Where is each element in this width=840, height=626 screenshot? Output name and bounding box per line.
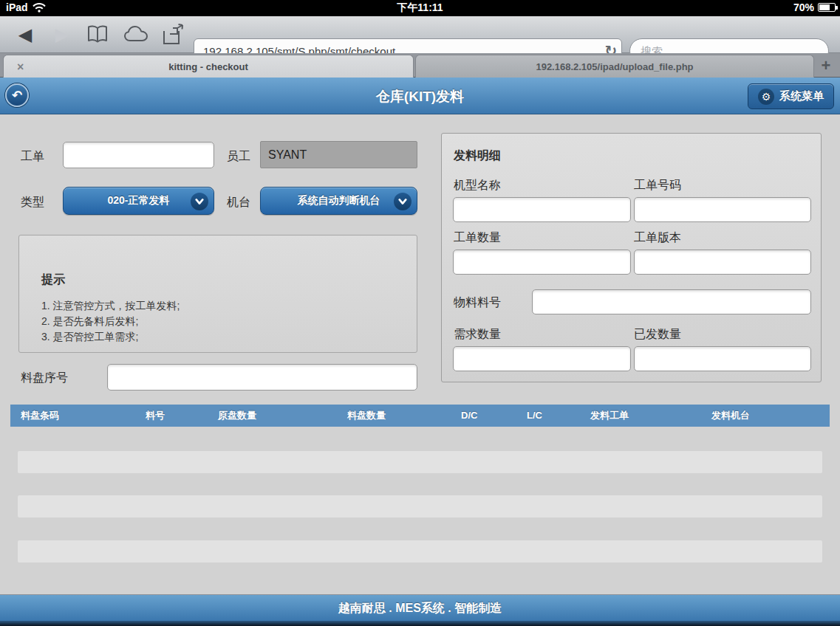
page-title: 仓库(KIT)发料 [0, 87, 840, 106]
icloud-icon[interactable] [123, 24, 149, 44]
work-order-label: 工单 [21, 149, 44, 165]
tab-label: kitting - checkout [168, 61, 248, 72]
app-footer: 越南耐思 . MES系统 . 智能制造 [0, 594, 840, 621]
required-qty-label: 需求数量 [454, 327, 501, 343]
order-qty-label: 工单数量 [454, 230, 501, 246]
tips-panel: 提示 1. 注意管控方式，按工单发料; 2. 是否先备料后发料; 3. 是否管控… [18, 235, 417, 353]
chevron-down-icon [191, 193, 208, 210]
col-issue-order: 发料工单 [590, 405, 629, 427]
browser-forward-button: ▶ [47, 16, 77, 53]
type-dropdown[interactable]: 020-正常发料 [63, 187, 214, 215]
tips-item: 3. 是否管控工单需求; [41, 329, 417, 345]
required-qty-input[interactable] [453, 346, 631, 371]
back-arrow-icon: ↶ [12, 88, 22, 103]
system-menu-label: 系统菜单 [779, 89, 824, 103]
table-header-row: 料盘条码 料号 原盘数量 料盘数量 D/C L/C 发料工单 发料机台 [10, 405, 830, 427]
tips-item: 1. 注意管控方式，按工单发料; [41, 298, 417, 314]
detail-panel-title: 发料明细 [454, 148, 501, 164]
battery-percent: 70% [793, 1, 814, 13]
order-qty-input[interactable] [453, 250, 631, 275]
browser-toolbar: ◀ ▶ ↻ [0, 16, 840, 53]
tab-label: 192.168.2.105/ipad/upload_file.php [536, 61, 693, 72]
tray-serial-label: 料盘序号 [21, 371, 68, 386]
col-part-no: 料号 [146, 405, 165, 427]
model-name-label: 机型名称 [454, 178, 501, 193]
footer-edge [0, 621, 840, 626]
issued-qty-label: 已发数量 [634, 327, 681, 343]
order-no-label: 工单号码 [634, 178, 681, 193]
col-dc: D/C [461, 405, 477, 427]
machine-label: 机台 [227, 195, 250, 210]
tips-title: 提示 [41, 272, 417, 288]
close-tab-icon[interactable]: × [17, 55, 24, 78]
material-no-label: 物料料号 [454, 295, 501, 311]
battery-icon [818, 3, 836, 12]
col-issue-machine: 发料机台 [711, 405, 750, 427]
table-row [18, 540, 822, 563]
tab-bar: × kitting - checkout 192.168.2.105/ipad/… [0, 53, 840, 78]
model-name-input[interactable] [453, 197, 631, 222]
employee-label: 员工 [227, 149, 250, 165]
work-order-input[interactable] [63, 142, 214, 168]
tips-item: 2. 是否先备料后发料; [41, 314, 417, 329]
table-row [18, 451, 822, 473]
app-header: 仓库(KIT)发料 ↶ ⚙ 系统菜单 [0, 78, 840, 114]
col-tray-qty: 料盘数量 [347, 405, 386, 427]
order-version-label: 工单版本 [634, 230, 681, 246]
order-version-input[interactable] [634, 250, 811, 275]
browser-back-button[interactable]: ◀ [10, 16, 40, 53]
system-menu-button[interactable]: ⚙ 系统菜单 [748, 83, 834, 109]
tray-serial-input[interactable] [107, 364, 417, 391]
tab-kitting-checkout[interactable]: × kitting - checkout [3, 55, 414, 78]
order-no-input[interactable] [634, 197, 811, 222]
machine-dropdown-value: 系统自动判断机台 [298, 194, 380, 207]
type-dropdown-value: 020-正常发料 [107, 194, 169, 207]
chevron-down-icon [394, 193, 412, 210]
issued-qty-input[interactable] [634, 346, 811, 371]
gear-icon: ⚙ [758, 89, 774, 105]
issue-detail-panel: 发料明细 机型名称 工单号码 工单数量 工单版本 物料料号 需求数量 已发数量 [441, 133, 822, 382]
bookmarks-icon[interactable] [86, 24, 109, 44]
clock: 下午11:11 [0, 1, 840, 15]
material-no-input[interactable] [532, 289, 811, 314]
share-icon[interactable] [161, 24, 185, 46]
table-row [18, 495, 822, 517]
employee-value: SYANT [260, 141, 417, 168]
col-lc: L/C [527, 405, 542, 427]
machine-dropdown[interactable]: 系统自动判断机台 [260, 187, 417, 215]
status-bar: iPad 下午11:11 70% [0, 0, 840, 16]
col-tray-barcode: 料盘条码 [21, 405, 59, 427]
new-tab-button[interactable]: + [815, 53, 837, 78]
app-back-button[interactable]: ↶ [5, 83, 29, 107]
type-label: 类型 [21, 195, 44, 210]
col-original-qty: 原盘数量 [218, 405, 256, 427]
tab-upload-file[interactable]: 192.168.2.105/ipad/upload_file.php [415, 55, 814, 78]
